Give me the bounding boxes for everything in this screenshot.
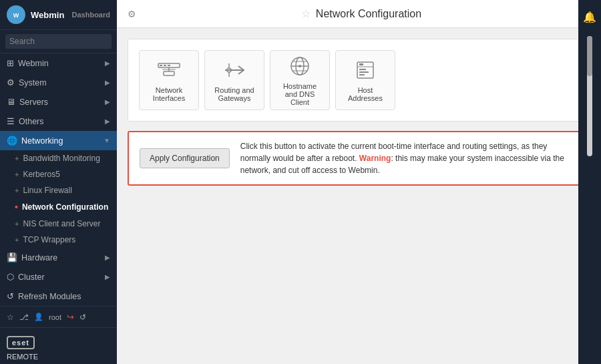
logout-icon[interactable]: ↪: [67, 312, 74, 322]
sidebar-item-networking[interactable]: 🌐 Networking ▼: [0, 131, 117, 150]
module-label: Routing andGateways: [214, 86, 254, 102]
plus-icon: +: [15, 220, 19, 228]
svg-rect-24: [359, 63, 363, 65]
dashboard-link[interactable]: Dashboard: [72, 11, 110, 19]
servers-icon: 🖥: [7, 97, 15, 107]
refresh-small-icon[interactable]: ↺: [79, 313, 86, 322]
routing-gateways-icon: [222, 58, 246, 82]
page-title: ☆ Network Configuration: [145, 7, 578, 20]
scrollbar-track: [587, 36, 592, 156]
sidebar-item-label: Network Configuration: [22, 202, 108, 212]
sidebar-item-system[interactable]: ⚙ System ▶: [0, 73, 117, 92]
apply-config-button[interactable]: Apply Configuration: [140, 148, 230, 168]
sidebar-item-label: Kerberos5: [23, 170, 59, 179]
warning-label: Warning: [359, 154, 391, 163]
sidebar-item-webmin[interactable]: ⊞ Webmin ▶: [0, 53, 117, 73]
share-icon[interactable]: ⎇: [19, 313, 29, 322]
sidebar-item-hardware[interactable]: 💾 Hardware ▶: [0, 248, 117, 267]
eset-box: eset: [7, 336, 35, 349]
sidebar-nav: ⊞ Webmin ▶ ⚙ System ▶ 🖥 Servers ▶ ☰ Othe…: [0, 53, 117, 306]
eset-text: REMOTE ADMINISTRATOR: [7, 352, 110, 364]
sidebar-item-kerberos[interactable]: + Kerberos5: [0, 166, 117, 182]
sidebar-item-others[interactable]: ☰ Others ▶: [0, 112, 117, 131]
sidebar-item-label: Servers: [19, 98, 48, 107]
plus-icon: +: [15, 170, 19, 178]
svg-rect-23: [359, 74, 365, 75]
cluster-icon: ⬡: [7, 272, 14, 282]
chevron-right-icon: ▶: [105, 118, 110, 125]
plus-icon: +: [15, 236, 19, 244]
chevron-right-icon: ▶: [105, 98, 110, 106]
module-routing-gateways[interactable]: Routing andGateways: [204, 50, 264, 110]
sidebar-item-linux-firewall[interactable]: + Linux Firewall: [0, 182, 117, 198]
sidebar-item-label: Cluster: [18, 272, 45, 282]
sidebar-item-label: Refresh Modules: [18, 292, 81, 301]
content-area: NetworkInterfaces Routing andGateways: [117, 28, 601, 364]
svg-rect-5: [168, 65, 170, 66]
sidebar-search-container: [0, 30, 117, 53]
sidebar-item-label: NIS Client and Server: [23, 219, 100, 228]
networking-icon: 🌐: [7, 136, 17, 146]
scrollbar-thumb[interactable]: [587, 36, 592, 76]
sidebar-item-label: System: [19, 78, 47, 87]
star-icon[interactable]: ☆: [301, 7, 311, 20]
username-label: root: [49, 313, 61, 321]
svg-rect-7: [164, 71, 174, 75]
topbar: ⚙ ☆ Network Configuration 🔍: [117, 0, 601, 28]
module-hostname-dns[interactable]: Hostnameand DNSClient: [270, 50, 330, 110]
hostname-dns-icon: [288, 54, 312, 78]
svg-rect-22: [359, 71, 369, 73]
refresh-icon: ↺: [7, 291, 14, 301]
apply-config-description: Click this button to activate the curren…: [240, 142, 564, 175]
bullet-icon: •: [15, 202, 18, 212]
plus-icon: +: [15, 154, 19, 162]
sidebar-item-nis-client[interactable]: + NIS Client and Server: [0, 216, 117, 232]
eset-line1: REMOTE: [7, 353, 38, 361]
sidebar-footer-icons: ☆ ⎇ 👤 root ↪ ↺: [0, 306, 117, 327]
module-network-interfaces[interactable]: NetworkInterfaces: [139, 50, 199, 110]
module-label: NetworkInterfaces: [153, 86, 185, 102]
module-label: Hostnameand DNSClient: [283, 82, 317, 106]
plus-icon: +: [15, 186, 19, 194]
sidebar-item-bandwidth[interactable]: + Bandwidth Monitoring: [0, 150, 117, 166]
hardware-icon: 💾: [7, 252, 17, 262]
webmin-icon: ⊞: [7, 58, 14, 68]
sidebar-item-cluster[interactable]: ⬡ Cluster ▶: [0, 267, 117, 287]
gear-icon[interactable]: ⚙: [124, 6, 140, 22]
chevron-down-icon: ▼: [104, 137, 110, 144]
user-icon: 👤: [34, 313, 43, 321]
svg-text:W: W: [13, 12, 19, 19]
search-input[interactable]: [5, 34, 112, 49]
eset-label: eset: [12, 339, 29, 347]
bell-icon[interactable]: 🔔: [578, 3, 601, 31]
chevron-right-icon: ▶: [105, 273, 110, 281]
host-addresses-icon: [353, 58, 377, 82]
sidebar-item-servers[interactable]: 🖥 Servers ▶: [0, 92, 117, 112]
sidebar-item-label: Others: [19, 117, 44, 126]
apply-config-text: Click this button to activate the curren…: [240, 140, 578, 176]
module-host-addresses[interactable]: HostAddresses: [335, 50, 395, 110]
module-grid: NetworkInterfaces Routing andGateways: [128, 39, 590, 122]
svg-rect-4: [164, 65, 166, 66]
sidebar-app-name: Webmin: [31, 10, 64, 20]
svg-rect-3: [160, 65, 162, 66]
sidebar-item-network-config[interactable]: • Network Configuration: [0, 198, 117, 216]
module-label: HostAddresses: [348, 86, 383, 102]
webmin-logo: W: [7, 5, 25, 24]
network-interfaces-icon: [157, 58, 181, 82]
system-icon: ⚙: [7, 77, 15, 87]
sidebar-item-label: Linux Firewall: [23, 186, 71, 195]
sidebar-item-tcp-wrappers[interactable]: + TCP Wrappers: [0, 232, 117, 248]
sidebar-header: W Webmin Dashboard: [0, 0, 117, 30]
chevron-right-icon: ▶: [105, 59, 110, 67]
sidebar-item-label: Hardware: [21, 253, 57, 262]
sidebar-item-label: TCP Wrappers: [23, 235, 75, 244]
page-title-text: Network Configuration: [316, 8, 421, 20]
sidebar-item-label: Webmin: [18, 59, 49, 68]
chevron-right-icon: ▶: [105, 254, 110, 261]
main-content: ⚙ ☆ Network Configuration 🔍: [117, 0, 601, 364]
apply-config-box: Apply Configuration Click this button to…: [128, 131, 590, 186]
sidebar-item-refresh-modules[interactable]: ↺ Refresh Modules: [0, 287, 117, 306]
star-icon[interactable]: ☆: [7, 313, 14, 322]
svg-rect-21: [359, 69, 366, 70]
